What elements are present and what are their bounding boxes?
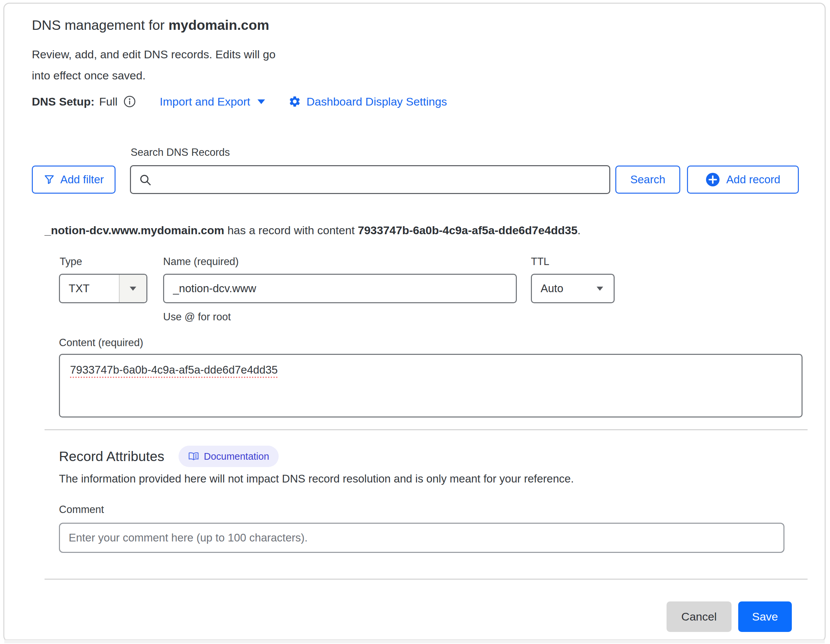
search-dns-records-label: Search DNS Records xyxy=(131,146,230,159)
filter-icon xyxy=(44,174,55,185)
ttl-select-value: Auto xyxy=(532,282,563,295)
type-select-value: TXT xyxy=(60,282,119,295)
ttl-select[interactable]: Auto xyxy=(531,274,615,303)
import-export-label: Import and Export xyxy=(160,95,250,108)
section-divider xyxy=(44,429,808,430)
record-attributes-heading: Record Attributes xyxy=(59,449,165,465)
page-title-prefix: DNS management for xyxy=(32,17,168,33)
import-export-link[interactable]: Import and Export xyxy=(160,95,266,108)
type-select-arrow xyxy=(119,275,146,302)
record-attributes-header: Record Attributes Documentation xyxy=(59,446,279,467)
search-input[interactable] xyxy=(130,165,610,194)
name-input-wrapper xyxy=(163,274,517,303)
add-record-button[interactable]: Add record xyxy=(687,165,799,194)
search-input-wrapper xyxy=(130,165,610,194)
comment-label: Comment xyxy=(59,504,104,516)
search-button-label: Search xyxy=(630,173,665,186)
chevron-down-icon xyxy=(128,285,137,292)
gear-icon xyxy=(288,95,301,108)
content-value: 7933747b-6a0b-4c9a-af5a-dde6d7e4dd35 xyxy=(70,363,278,376)
documentation-badge[interactable]: Documentation xyxy=(179,446,279,467)
name-label: Name (required) xyxy=(163,255,239,268)
content-label: Content (required) xyxy=(59,337,143,349)
dashboard-display-settings-label: Dashboard Display Settings xyxy=(306,95,447,108)
cancel-button[interactable]: Cancel xyxy=(667,601,732,632)
name-input[interactable] xyxy=(163,274,517,303)
dns-setup-label: DNS Setup: xyxy=(32,95,95,108)
record-notice: _notion-dcv.www.mydomain.com has a recor… xyxy=(44,224,581,237)
add-filter-label: Add filter xyxy=(60,173,104,186)
dns-setup-row: DNS Setup: Full Import and Export Dashbo… xyxy=(32,95,447,108)
page-subtitle-line1: Review, add, and edit DNS records. Edits… xyxy=(32,48,276,61)
page-subtitle-line2: into effect once saved. xyxy=(32,69,146,82)
notice-record-name: _notion-dcv.www.mydomain.com xyxy=(44,224,225,236)
chevron-down-icon xyxy=(256,97,266,106)
notice-record-content: 7933747b-6a0b-4c9a-af5a-dde6d7e4dd35 xyxy=(358,224,577,236)
name-hint: Use @ for root xyxy=(163,311,231,323)
ttl-label: TTL xyxy=(531,255,549,268)
footer-divider xyxy=(44,579,808,580)
chevron-down-icon xyxy=(596,285,614,292)
domain-name: mydomain.com xyxy=(168,17,269,33)
type-select[interactable]: TXT xyxy=(59,274,147,303)
save-button-label: Save xyxy=(752,610,778,623)
comment-input[interactable] xyxy=(59,523,784,553)
comment-input-wrapper xyxy=(59,523,784,553)
book-icon xyxy=(188,450,199,462)
content-textarea[interactable]: 7933747b-6a0b-4c9a-af5a-dde6d7e4dd35 xyxy=(59,354,803,417)
page-title: DNS management for mydomain.com xyxy=(32,17,269,33)
add-record-label: Add record xyxy=(726,173,780,186)
save-button[interactable]: Save xyxy=(738,601,792,632)
record-attributes-description: The information provided here will not i… xyxy=(59,473,574,485)
notice-period: . xyxy=(577,224,580,236)
type-label: Type xyxy=(60,255,82,268)
cancel-button-label: Cancel xyxy=(681,610,717,623)
notice-middle-text: has a record with content xyxy=(225,224,358,236)
info-icon[interactable] xyxy=(123,95,136,108)
plus-circle-icon xyxy=(705,172,720,187)
dns-setup-value: Full xyxy=(99,95,117,108)
dashboard-display-settings-link[interactable]: Dashboard Display Settings xyxy=(288,95,447,108)
bottom-strip xyxy=(4,639,825,643)
documentation-label: Documentation xyxy=(204,451,269,462)
add-filter-button[interactable]: Add filter xyxy=(32,165,116,194)
search-button[interactable]: Search xyxy=(615,165,680,194)
